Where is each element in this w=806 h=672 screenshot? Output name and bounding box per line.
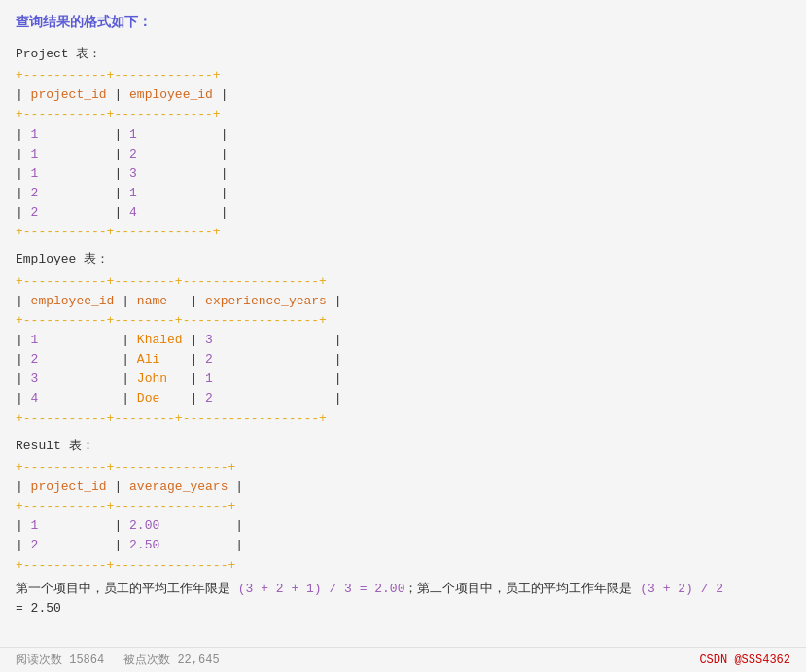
csdn-brand: CSDN @SSS4362 [699, 654, 790, 667]
project-table-label: Project 表： [16, 45, 790, 64]
read-count-value: 15864 [69, 654, 104, 667]
result-table: +-----------+---------------+ | project_… [16, 458, 790, 576]
footer-text2: ；第二个项目中，员工的平均工作年限是 [404, 582, 640, 596]
employee-table-label: Employee 表： [16, 250, 790, 269]
read-count: 阅读次数 15864 [16, 652, 104, 668]
page-title: 查询结果的格式如下： [16, 14, 790, 31]
footer-line2: = 2.50 [16, 601, 61, 616]
footer-explanation: 第一个项目中，员工的平均工作年限是 (3 + 2 + 1) / 3 = 2.00… [16, 580, 790, 620]
brand-handle: @SSS4362 [734, 654, 790, 667]
project-table: +-----------+-------------+ | project_id… [16, 66, 790, 242]
comment-count: 被点次数 22,645 [123, 652, 219, 668]
comment-count-label: 被点次数 [123, 654, 170, 667]
result-table-label: Result 表： [16, 437, 790, 456]
bottom-stats: 阅读次数 15864 被点次数 22,645 [16, 652, 220, 668]
brand-name: CSDN [699, 654, 727, 667]
footer-text1: 第一个项目中，员工的平均工作年限是 [16, 582, 238, 596]
code-block: Project 表： +-----------+-------------+ |… [16, 45, 790, 576]
footer-math1: (3 + 2 + 1) / 3 = 2.00 [238, 582, 405, 596]
page-container: 查询结果的格式如下： Project 表： +-----------+-----… [0, 0, 806, 672]
comment-count-value: 22,645 [177, 654, 219, 667]
read-count-label: 阅读次数 [16, 654, 62, 667]
employee-table: +-----------+--------+------------------… [16, 272, 790, 429]
bottom-bar: 阅读次数 15864 被点次数 22,645 CSDN @SSS4362 [0, 647, 806, 672]
footer-math2: (3 + 2) / 2 [640, 582, 723, 596]
